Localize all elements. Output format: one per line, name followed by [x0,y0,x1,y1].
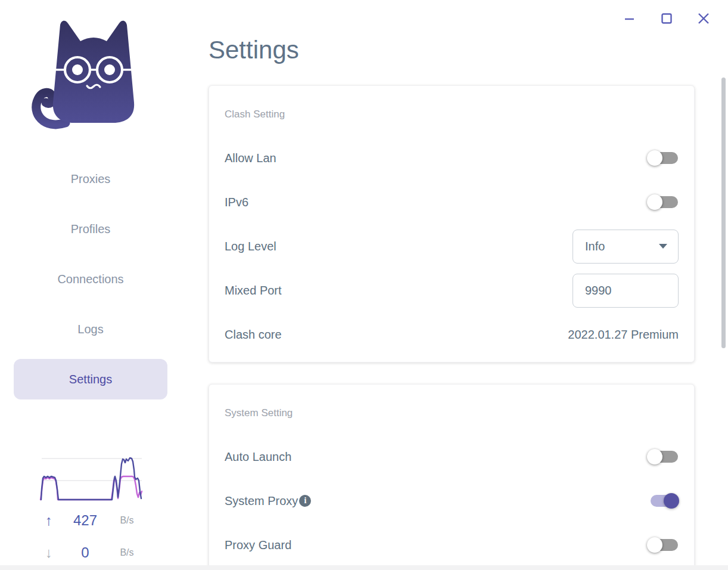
mixed-port-input[interactable] [573,274,679,308]
mixed-port-row: Mixed Port [225,268,679,312]
info-icon[interactable]: i [299,495,311,507]
upload-speed-unit: B/s [108,515,145,526]
window-bottom-edge [0,565,728,570]
vertical-scrollbar[interactable] [721,78,726,348]
system-proxy-row: System Proxy i [225,479,679,523]
log-level-row: Log Level Info [225,224,679,268]
clash-for-windows-app: Proxies Profiles Connections Logs Settin… [0,0,728,570]
log-level-label: Log Level [225,240,276,253]
download-arrow-icon: ↓ [36,544,62,561]
clash-core-version: 2022.01.27 Premium [568,328,679,342]
close-icon [697,12,710,25]
log-level-select[interactable]: Info [573,230,679,264]
sidebar-item-logs[interactable]: Logs [14,309,167,349]
clash-cat-logo [26,12,145,134]
upload-arrow-icon: ↑ [36,512,62,529]
auto-launch-toggle[interactable] [648,449,679,464]
system-setting-card: System Setting Auto Launch System Proxy … [209,384,695,570]
download-speed-unit: B/s [108,547,145,558]
page-title: Settings [209,36,299,64]
toggle-thumb [647,150,662,166]
sidebar-item-profiles[interactable]: Profiles [14,209,167,249]
log-level-selected-value: Info [585,240,659,253]
download-speed-row: ↓ 0 B/s [36,544,149,562]
auto-launch-label: Auto Launch [225,450,291,464]
download-speed-value: 0 [62,544,108,561]
clash-core-label: Clash core [225,328,282,342]
ipv6-label: IPv6 [225,196,248,209]
toggle-thumb [647,194,662,210]
system-proxy-toggle[interactable] [648,493,679,509]
window-controls [620,8,714,29]
clash-setting-card: Clash Setting Allow Lan IPv6 Log Level [209,85,695,363]
auto-launch-row: Auto Launch [225,435,679,479]
chevron-down-icon [659,244,667,249]
maximize-icon [661,13,673,24]
upload-speed-row: ↑ 427 B/s [36,512,149,529]
toggle-thumb [664,493,679,509]
system-proxy-label-text: System Proxy [225,494,298,508]
mixed-port-label: Mixed Port [225,284,282,298]
toggle-thumb [647,449,662,464]
allow-lan-row: Allow Lan [225,136,679,180]
minimize-button[interactable] [620,8,640,29]
proxy-guard-row: Proxy Guard [225,523,679,567]
traffic-graph [39,447,144,501]
close-button[interactable] [693,8,714,29]
sidebar-item-settings[interactable]: Settings [14,359,167,399]
ipv6-toggle[interactable] [648,194,679,210]
ipv6-row: IPv6 [225,180,679,224]
toggle-thumb [647,537,662,553]
sidebar-nav: Proxies Profiles Connections Logs Settin… [14,159,167,409]
sidebar-item-connections[interactable]: Connections [14,259,167,299]
maximize-button[interactable] [657,8,677,29]
clash-core-row: Clash core 2022.01.27 Premium [225,312,679,357]
upload-speed-value: 427 [62,512,108,529]
sidebar: Proxies Profiles Connections Logs Settin… [0,0,191,570]
system-proxy-label: System Proxy i [225,494,311,508]
minimize-icon [624,13,636,24]
upload-series-line [41,458,141,500]
allow-lan-toggle[interactable] [648,150,679,166]
sidebar-item-proxies[interactable]: Proxies [14,159,167,199]
proxy-guard-label: Proxy Guard [225,538,291,552]
section-label-clash-setting: Clash Setting [225,86,679,120]
allow-lan-label: Allow Lan [225,151,276,165]
proxy-guard-toggle[interactable] [648,537,679,553]
section-label-system-setting: System Setting [225,385,679,419]
